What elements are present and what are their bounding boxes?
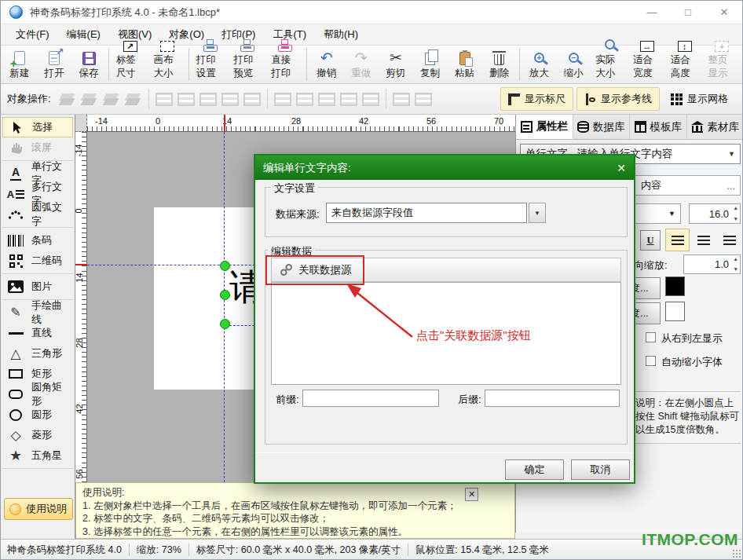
data-source-combobox[interactable]: 来自数据源字段值	[326, 203, 527, 223]
chevron-down-icon: ▼	[534, 210, 540, 217]
main-toolbar: + 新建 ↗ 打开 保存 ↗ 标签尺寸 画布大小 打印设置 打印预览 直接打印 …	[1, 46, 742, 84]
show-grid-toggle[interactable]: 显示网格	[663, 87, 736, 111]
scale-label: 向缩放:	[634, 258, 668, 273]
usage-line-1: 1. 左侧对象栏中选择一个工具后，在画布区域按住鼠标左键拖动，即可添加一个元素；	[82, 500, 508, 513]
tab-templates[interactable]: 模板库	[630, 115, 687, 139]
usage-close-button[interactable]: ✕	[465, 488, 478, 501]
dialog-close-icon[interactable]: ✕	[617, 162, 626, 174]
objectbar-separator	[267, 89, 268, 109]
align-right-button[interactable]	[717, 229, 741, 251]
ok-button[interactable]: 确定	[505, 459, 564, 480]
cut-icon: ✂	[390, 48, 402, 65]
selection-handle[interactable]	[220, 290, 230, 300]
new-file-icon: +	[14, 48, 25, 65]
send-backward-icon	[125, 93, 142, 106]
background-color-swatch[interactable]	[665, 302, 685, 321]
align-left-icon	[156, 93, 173, 106]
zoom-out-icon: −	[569, 48, 579, 65]
shrink-font-checkbox[interactable]	[646, 356, 656, 366]
show-guides-toggle[interactable]: 显示参考线	[576, 87, 660, 111]
bring-to-front-icon	[59, 93, 76, 106]
underline-button[interactable]: U	[640, 230, 661, 251]
spinner-arrows-icon[interactable]: ▲▼	[734, 257, 738, 272]
tab-database[interactable]: 数据库	[573, 115, 631, 139]
status-separator	[408, 544, 408, 556]
annotation-text: 点击"关联数据源"按钮	[416, 328, 531, 343]
menu-edit[interactable]: 编辑(E)	[58, 24, 109, 45]
fit-width-icon: ↔	[640, 41, 654, 52]
zoom-in-button[interactable]: + 放大	[522, 46, 556, 82]
maximize-button[interactable]: □	[670, 1, 706, 24]
save-button[interactable]: 保存	[71, 46, 106, 82]
direct-print-button[interactable]: 直接打印	[266, 46, 304, 82]
spinner-arrows-icon[interactable]: ▲▼	[734, 206, 738, 221]
align-left-button[interactable]	[665, 229, 690, 251]
chevron-down-icon: ▼	[668, 210, 675, 218]
tab-properties[interactable]: 属性栏	[516, 115, 573, 139]
vertical-guide-line[interactable]	[224, 132, 225, 482]
tool-barcode[interactable]: 条码	[2, 230, 73, 251]
save-icon	[82, 48, 96, 65]
align-center-button[interactable]	[691, 229, 716, 251]
show-ruler-toggle[interactable]: 显示标尺	[500, 87, 573, 111]
open-button[interactable]: ↗ 打开	[37, 46, 71, 82]
pen-curve-icon: ✎	[5, 306, 26, 319]
tool-image[interactable]: 图片	[2, 276, 73, 297]
help-button[interactable]: 使用说明	[4, 498, 73, 520]
print-setup-button[interactable]: 打印设置	[192, 46, 229, 82]
selection-handle[interactable]	[220, 319, 230, 329]
rtl-checkbox[interactable]	[646, 332, 656, 342]
suffix-input[interactable]	[485, 390, 620, 407]
tool-triangle[interactable]: △ 三角形	[2, 343, 73, 364]
delete-button[interactable]: 删除	[482, 46, 517, 82]
text-settings-legend: 文字设置	[271, 181, 318, 196]
tool-diamond[interactable]: ◇ 菱形	[2, 425, 73, 445]
resize-grip[interactable]	[732, 549, 741, 558]
cut-button[interactable]: ✂ 剪切	[379, 46, 413, 82]
print-preview-button[interactable]: 打印预览	[229, 46, 267, 82]
paste-button[interactable]: 粘贴	[448, 46, 482, 82]
tool-freehand-curve[interactable]: ✎ 手绘曲线	[2, 302, 73, 323]
sidebar-separator	[2, 468, 73, 469]
tool-select[interactable]: 选择	[2, 117, 73, 137]
tool-qrcode[interactable]: 二维码	[2, 251, 73, 271]
scale-spinner[interactable]: 1.0 ▲▼	[683, 254, 741, 274]
tab-materials[interactable]: 素材库	[687, 115, 743, 139]
tool-arc-text[interactable]: 圆弧文字	[2, 204, 73, 225]
prefix-input[interactable]	[302, 390, 439, 407]
rtl-checkbox-label[interactable]: 从右到左显示	[661, 331, 723, 346]
copy-button[interactable]: 复制	[413, 46, 448, 82]
undo-button[interactable]: ↶ 撤销	[309, 46, 344, 82]
tool-star[interactable]: ★ 五角星	[2, 445, 73, 466]
label-size-button[interactable]: ↗ 标签尺寸	[112, 46, 149, 82]
prefix-label: 前缀:	[276, 393, 299, 407]
content-field[interactable]: 内容 ...	[618, 175, 741, 196]
more-button[interactable]: ...	[727, 180, 735, 192]
menu-file[interactable]: 文件(F)	[7, 24, 58, 45]
fit-width-button[interactable]: ↔ 适合宽度	[628, 46, 666, 82]
font-size-spinner[interactable]: 16.0 ▲▼	[689, 203, 741, 224]
line-icon	[5, 332, 26, 335]
send-to-back-icon	[81, 93, 98, 106]
canvas-size-button[interactable]: 画布大小	[148, 46, 186, 82]
actual-size-button[interactable]: 实际大小	[591, 46, 628, 82]
status-mouse-position: 鼠标位置: 15.4 毫米, 12.5 毫米	[415, 544, 549, 557]
tool-rounded-rectangle[interactable]: 圆角矩形	[2, 384, 73, 404]
zoom-out-button[interactable]: − 缩小	[556, 46, 591, 82]
actual-size-icon	[605, 39, 615, 52]
menu-help[interactable]: 帮助(H)	[315, 24, 367, 45]
close-button[interactable]: ✕	[706, 1, 742, 24]
selection-handle[interactable]	[220, 261, 230, 271]
status-label-size: 标签尺寸: 60.0 毫米 x 40.0 毫米, 203 像素/英寸	[196, 544, 401, 557]
foreground-color-swatch[interactable]	[665, 276, 685, 296]
diamond-icon: ◇	[5, 429, 26, 442]
cancel-button[interactable]: 取消	[571, 459, 630, 480]
dialog-title-bar[interactable]: 编辑单行文字内容: ✕	[255, 156, 634, 180]
data-source-dropdown-button[interactable]: ▼	[529, 203, 546, 223]
shrink-font-checkbox-label[interactable]: 自动缩小字体	[661, 355, 723, 369]
fit-height-button[interactable]: ↕ 适合高度	[666, 46, 704, 82]
menu-print[interactable]: 打印(P)	[213, 24, 264, 45]
minimize-button[interactable]: —	[634, 1, 670, 24]
open-file-icon: ↗	[49, 48, 60, 65]
new-button[interactable]: + 新建	[2, 46, 37, 82]
